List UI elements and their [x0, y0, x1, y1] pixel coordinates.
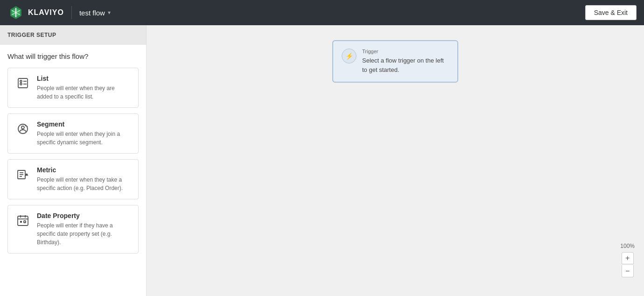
zoom-controls: 100% + − — [620, 243, 635, 277]
svg-rect-5 — [18, 78, 28, 88]
segment-trigger-content: Segment People will enter when they join… — [37, 120, 132, 147]
canvas-trigger-label: Trigger — [362, 49, 449, 54]
flow-name-wrapper[interactable]: test flow ▾ — [79, 9, 111, 17]
zoom-out-button[interactable]: − — [622, 265, 634, 277]
list-trigger-title: List — [37, 75, 132, 82]
segment-icon — [14, 120, 31, 137]
list-icon — [14, 75, 31, 92]
save-exit-button[interactable]: Save & Exit — [585, 5, 637, 20]
main-layout: TRIGGER SETUP What will trigger this flo… — [0, 25, 644, 296]
flow-name: test flow — [79, 9, 105, 17]
metric-icon — [14, 166, 31, 183]
canvas-trigger-description: Select a flow trigger on the left to get… — [362, 56, 449, 74]
list-trigger-content: List People will enter when they are add… — [37, 75, 132, 101]
date-property-trigger-content: Date Property People will enter if they … — [37, 212, 132, 247]
metric-trigger-content: Metric People will enter when they take … — [37, 166, 132, 192]
sidebar-question: What will trigger this flow? — [7, 52, 139, 60]
sidebar-body: What will trigger this flow? List Peop — [0, 45, 146, 267]
trigger-card-date-property[interactable]: Date Property People will enter if they … — [7, 205, 139, 254]
svg-point-6 — [20, 80, 22, 82]
zoom-percent: 100% — [620, 243, 635, 249]
date-property-trigger-desc: People will enter if they have a specifi… — [37, 221, 132, 247]
svg-rect-23 — [24, 221, 26, 223]
date-property-icon — [14, 212, 31, 229]
trigger-card-list[interactable]: List People will enter when they are add… — [7, 68, 139, 108]
list-trigger-desc: People will enter when they are added to… — [37, 84, 132, 101]
zoom-in-button[interactable]: + — [622, 252, 634, 264]
header-divider — [71, 6, 72, 19]
svg-rect-22 — [20, 221, 22, 223]
sidebar: TRIGGER SETUP What will trigger this flo… — [0, 25, 147, 296]
svg-point-17 — [26, 174, 28, 176]
trigger-card-metric[interactable]: Metric People will enter when they take … — [7, 159, 139, 199]
header-left: KLAVIYO test flow ▾ — [7, 4, 111, 21]
logo-text: KLAVIYO — [28, 8, 64, 17]
bolt-icon: ⚡ — [342, 49, 357, 63]
metric-trigger-title: Metric — [37, 166, 132, 174]
svg-rect-18 — [18, 216, 28, 226]
segment-trigger-title: Segment — [37, 120, 132, 128]
canvas-trigger-box: ⚡ Trigger Select a flow trigger on the l… — [332, 40, 458, 83]
chevron-down-icon: ▾ — [108, 9, 111, 16]
segment-trigger-desc: People will enter when they join a speci… — [37, 130, 132, 147]
svg-point-12 — [21, 126, 24, 129]
date-property-trigger-title: Date Property — [37, 212, 132, 219]
canvas-trigger-text: Trigger Select a flow trigger on the lef… — [362, 49, 449, 74]
app-header: KLAVIYO test flow ▾ Save & Exit — [0, 0, 644, 25]
svg-point-8 — [20, 83, 22, 85]
trigger-card-segment[interactable]: Segment People will enter when they join… — [7, 113, 139, 154]
metric-trigger-desc: People will enter when they take a speci… — [37, 176, 132, 192]
sidebar-section-title: TRIGGER SETUP — [0, 25, 146, 45]
logo-icon — [7, 4, 24, 21]
flow-canvas: ⚡ Trigger Select a flow trigger on the l… — [147, 25, 644, 296]
klaviyo-logo: KLAVIYO — [7, 4, 64, 21]
